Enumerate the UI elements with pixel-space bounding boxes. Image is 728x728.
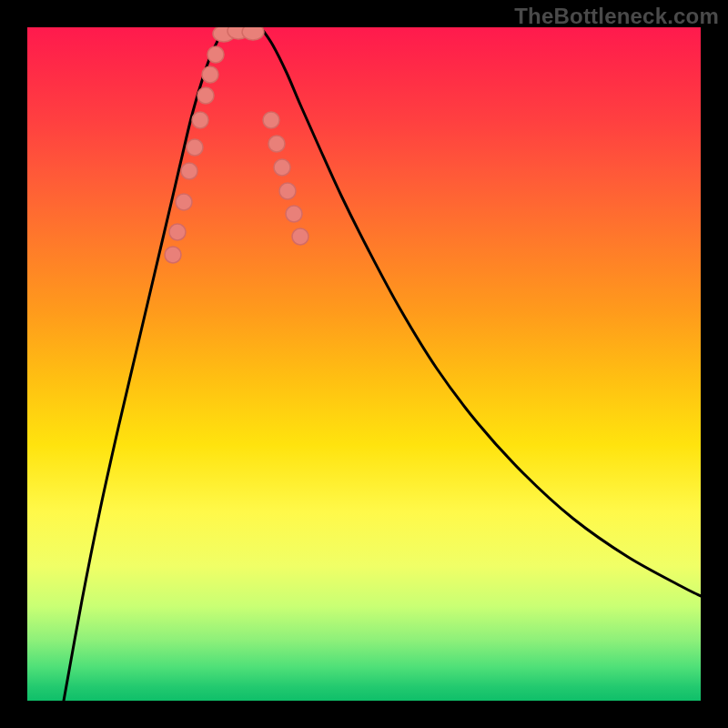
- marker-left-branch-dots: [169, 224, 186, 240]
- curves-group: [64, 27, 701, 701]
- chart-svg: [27, 27, 701, 701]
- marker-right-branch-dots: [274, 159, 290, 176]
- curve-right-curve: [262, 29, 701, 596]
- marker-right-branch-dots: [268, 136, 285, 152]
- plot-area: [27, 27, 701, 701]
- marker-right-branch-dots: [292, 228, 308, 245]
- marker-left-branch-dots: [176, 194, 192, 210]
- marker-left-branch-dots: [197, 87, 214, 104]
- watermark-text: TheBottleneck.com: [514, 4, 719, 29]
- marker-left-branch-dots: [202, 66, 218, 83]
- curve-left-curve: [64, 29, 224, 701]
- marker-left-branch-dots: [165, 247, 181, 263]
- marker-left-branch-dots: [192, 112, 208, 128]
- marker-right-branch-dots: [286, 206, 302, 222]
- marker-left-branch-dots: [207, 46, 224, 63]
- outer-frame: TheBottleneck.com: [0, 0, 728, 728]
- markers-group: [165, 27, 308, 263]
- marker-right-branch-dots: [263, 112, 279, 128]
- marker-left-branch-dots: [181, 163, 197, 179]
- marker-left-branch-dots: [187, 139, 203, 156]
- marker-right-branch-dots: [279, 183, 296, 199]
- marker-valley-floor-dots: [242, 27, 264, 40]
